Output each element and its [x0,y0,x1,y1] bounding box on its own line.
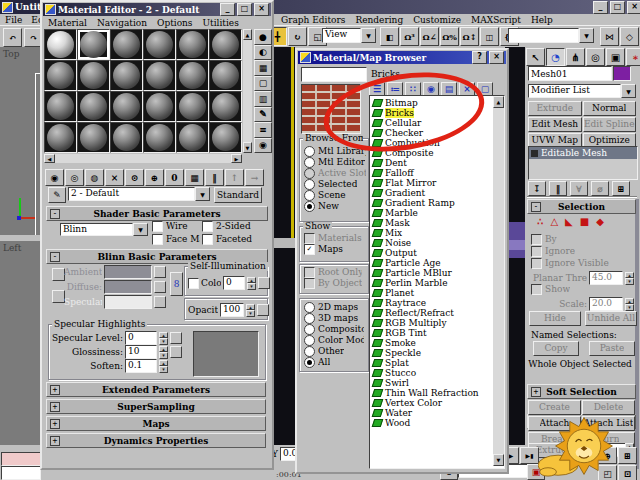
put-material-to-scene-icon[interactable]: ◎ [65,169,84,186]
collapse-icon[interactable] [531,202,541,212]
help-button[interactable]: ? [472,51,487,64]
color-checkbox[interactable] [188,278,199,289]
named-selection-dropdown[interactable]: ▼ [508,28,594,43]
edge-icon[interactable]: △ [550,216,558,227]
show-end-result-stack-icon[interactable]: ‖ [549,181,567,196]
face-icon[interactable]: ◣ [565,216,573,227]
sample-slot[interactable] [110,91,143,122]
menu-item[interactable]: Rendering [355,15,403,25]
menu-item[interactable]: Material [48,18,87,28]
sample-slot[interactable] [143,29,176,60]
sample-slot[interactable] [77,60,110,91]
named-selection-sets-icon[interactable]: ◫ [480,27,499,46]
options-icon[interactable]: ≡ [254,122,272,138]
spinner[interactable]: ▴▾ [625,272,634,285]
map-list-item[interactable]: Noise [371,238,489,248]
hide-button[interactable]: Unhide All [585,311,637,326]
value-field[interactable]: 10 [125,345,157,359]
browser-name-input[interactable] [301,67,367,82]
map-button[interactable] [154,281,166,293]
scroll-left-icon[interactable]: ◀ [44,154,55,163]
maximize-button[interactable]: □ [237,3,252,16]
checkbox-option[interactable]: Root Only [304,268,362,277]
show-checkbox[interactable]: Show [531,285,570,294]
color-swatch[interactable] [104,265,152,279]
scroll-right-icon[interactable]: ▶ [231,154,242,163]
mirror-icon[interactable]: ⋈ [600,27,619,46]
sample-slot[interactable] [176,29,209,60]
sample-slot[interactable] [77,91,110,122]
select-and-manipulate-icon[interactable]: ◧ [380,27,399,46]
make-material-copy-icon[interactable]: ⊙ [125,169,144,186]
tab-create[interactable]: ↖ [526,48,545,66]
map-list-item[interactable]: RGB Multiply [371,318,489,328]
go-forward-to-sibling-icon[interactable]: → [245,169,264,186]
radio-option[interactable]: Mtl Editor [304,158,366,167]
polygon-icon[interactable]: ■ [580,216,589,227]
make-unique-icon[interactable]: ∀ [570,181,588,196]
put-to-library-icon[interactable]: ⊕ [145,169,164,186]
chevron-down-icon[interactable]: ▼ [195,187,210,201]
sample-slot[interactable] [209,91,242,122]
sample-slot[interactable] [209,29,242,60]
map-button[interactable] [170,332,182,344]
menu-item[interactable]: Options [157,18,192,28]
percent-snap-icon[interactable]: Ω% [440,27,459,46]
rollout-selection[interactable]: Selection [527,199,636,214]
map-list-item[interactable]: Perlin Marble [371,278,489,288]
close-button[interactable]: × [489,51,504,64]
map-list-item[interactable]: Output [371,248,489,258]
spinner[interactable]: ▴▾ [159,346,168,359]
copy-paste-button[interactable]: Paste [589,341,635,356]
sample-slot[interactable] [143,122,176,153]
sample-slot[interactable] [176,91,209,122]
rollout-bar[interactable]: SuperSampling [46,399,266,414]
map-list-item[interactable]: Wood [371,418,489,428]
tab-utilities[interactable]: ∗ [626,48,640,66]
map-list-item[interactable]: Mix [371,228,489,238]
planar-thresh-field[interactable]: 45.0 [589,271,623,285]
browser-titlebar[interactable]: Material/Map Browser ? × [298,51,506,64]
radio-option[interactable]: 3D maps [304,314,364,323]
checkbox-option[interactable]: Ignore Visible [531,259,609,268]
tab-hierarchy[interactable]: ⋔ [566,48,585,66]
map-list-item[interactable]: RGB Tint [371,328,489,338]
object-name-field[interactable] [528,66,612,81]
show-end-result-icon[interactable]: ‖ [205,169,224,186]
rollout-bar[interactable]: Maps [46,416,266,431]
map-list-item[interactable]: Smoke [371,338,489,348]
map-list-item[interactable]: Particle Age [371,258,489,268]
menu-item[interactable]: Graph Editors [281,15,345,25]
map-list-item[interactable]: Speckle [371,348,489,358]
map-list-item[interactable]: Thin Wall Refraction [371,388,489,398]
viewport-top[interactable]: Top [0,47,40,235]
shader-dropdown[interactable]: Blinn▼ [60,223,148,236]
object-color-swatch[interactable] [613,66,631,81]
copy-paste-button[interactable]: Copy [533,341,579,356]
map-list-item[interactable]: Particle MBlur [371,268,489,278]
map-button[interactable] [170,346,182,358]
map-button[interactable] [154,296,166,308]
radio-option[interactable]: 2D maps [304,303,364,312]
map-list-item[interactable]: Stucco [371,368,489,378]
tab-modify[interactable]: ◔ [546,48,565,66]
sample-slot[interactable] [176,122,209,153]
map-button[interactable] [258,277,270,289]
map-list-item[interactable]: Marble [371,208,489,218]
video-color-check-icon[interactable]: ▥ [254,91,272,107]
map-list-item[interactable]: Swirl [371,378,489,388]
checkbox-option[interactable]: 2-Sided [202,222,264,231]
opacity-field[interactable]: 100 [220,303,244,317]
material-type-button[interactable]: Standard [214,187,262,203]
sample-vscrollbar[interactable]: ▲▼ [243,29,252,153]
reference-coordinate-dropdown[interactable]: View▼ [322,28,376,43]
collapse-icon[interactable] [50,385,60,395]
rollout-shader-basic-parameters[interactable]: Shader Basic Parameters [46,206,268,221]
collapse-icon[interactable] [50,419,60,429]
assign-material-to-selection-icon[interactable]: ◍ [85,169,104,186]
value-field[interactable]: 0.1 [125,359,157,373]
color-swatch[interactable] [104,280,152,294]
spinner-snap-icon[interactable]: Ω↕ [460,27,479,46]
map-list-item[interactable]: Gradient Ramp [371,198,489,208]
map-list-item[interactable]: Raytrace [371,298,489,308]
